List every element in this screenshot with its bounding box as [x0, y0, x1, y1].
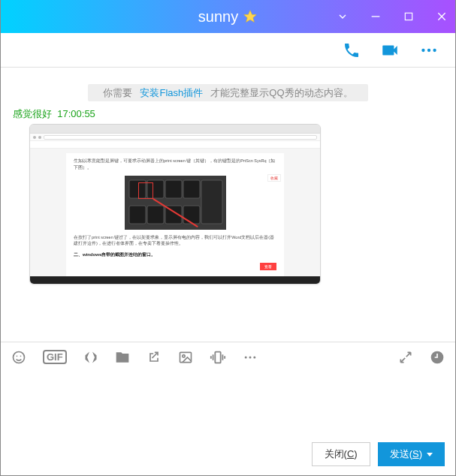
- svg-point-19: [17, 355, 18, 357]
- send-file-icon[interactable]: [146, 350, 162, 365]
- sender-name: 感觉很好: [13, 108, 52, 119]
- message-time: 17:00:55: [57, 108, 95, 119]
- svg-marker-0: [244, 11, 257, 23]
- svg-rect-12: [183, 180, 200, 198]
- send-dropdown-icon[interactable]: [427, 453, 433, 456]
- svg-point-5: [421, 48, 424, 51]
- compose-toolbar: GIF: [1, 342, 455, 372]
- more-tools-icon[interactable]: [243, 350, 258, 365]
- sender-info: 感觉很好 17:00:55: [13, 107, 448, 121]
- send-button[interactable]: 发送(S): [378, 442, 445, 466]
- message-input[interactable]: [1, 372, 455, 439]
- svg-rect-21: [180, 352, 191, 362]
- svg-point-25: [249, 356, 251, 358]
- svg-point-26: [253, 356, 255, 358]
- star-icon: [243, 9, 258, 24]
- svg-rect-2: [405, 13, 412, 20]
- file-icon[interactable]: [115, 350, 130, 365]
- action-bar: [1, 33, 455, 68]
- shake-icon[interactable]: [210, 349, 226, 366]
- svg-point-24: [244, 356, 246, 358]
- close-icon[interactable]: [434, 9, 449, 24]
- image-icon[interactable]: [178, 350, 193, 365]
- close-button[interactable]: 关闭(C): [312, 442, 370, 466]
- message-area: 感觉很好 17:00:55 收藏 生如以寒意能型是屏键，可要求示动屏器上的pri…: [1, 106, 455, 285]
- titlebar: sunny: [1, 0, 455, 33]
- svg-rect-16: [183, 206, 200, 224]
- svg-rect-11: [165, 180, 182, 198]
- voice-call-icon[interactable]: [343, 41, 361, 59]
- svg-point-7: [433, 48, 436, 51]
- video-call-icon[interactable]: [380, 41, 400, 60]
- expand-icon[interactable]: [398, 350, 413, 365]
- svg-rect-23: [215, 351, 220, 363]
- more-icon[interactable]: [419, 41, 439, 60]
- keyboard-image: [125, 176, 226, 230]
- svg-rect-17: [201, 180, 222, 224]
- flash-banner: 你需要安装Flash插件才能完整显示QQ秀的动态内容。: [1, 86, 455, 100]
- emoji-icon[interactable]: [11, 350, 26, 365]
- svg-point-6: [427, 48, 430, 51]
- maximize-icon[interactable]: [401, 9, 416, 24]
- svg-point-20: [20, 355, 22, 357]
- gif-icon[interactable]: GIF: [43, 350, 67, 364]
- minimize-icon[interactable]: [368, 9, 383, 24]
- svg-rect-13: [129, 206, 146, 224]
- svg-point-22: [183, 354, 185, 357]
- screenshot-attachment[interactable]: 收藏 生如以寒意能型是屏键，可要求示动屏器上的print screen 键（其键…: [29, 124, 321, 285]
- svg-rect-14: [147, 206, 164, 224]
- chat-title: sunny: [198, 8, 238, 26]
- svg-point-18: [14, 351, 25, 363]
- install-flash-link[interactable]: 安装Flash插件: [140, 87, 203, 98]
- history-icon[interactable]: [430, 350, 445, 365]
- screenshot-icon[interactable]: [83, 350, 98, 365]
- dropdown-icon[interactable]: [335, 9, 350, 24]
